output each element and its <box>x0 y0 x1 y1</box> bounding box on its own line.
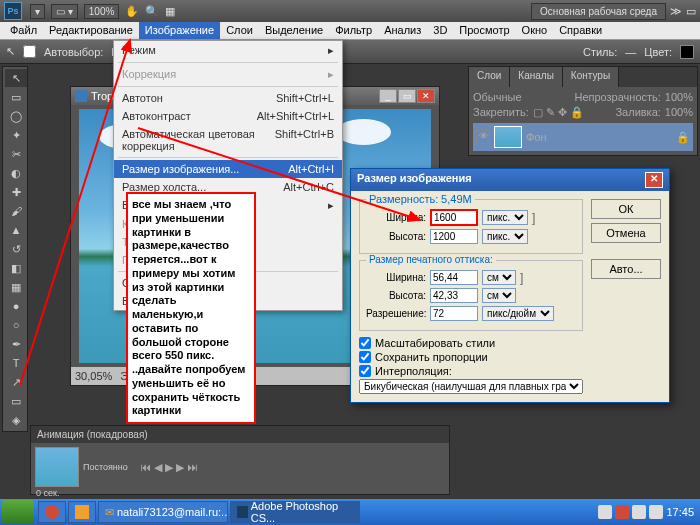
frame-time[interactable]: 0 сек. <box>36 488 59 498</box>
dialog-titlebar[interactable]: Размер изображения ✕ <box>351 169 669 191</box>
constrain-link-icon[interactable]: ] <box>532 211 546 225</box>
opacity-value[interactable]: 100% <box>665 91 693 103</box>
first-frame-icon[interactable]: ⏮ <box>140 461 151 474</box>
workspace-selector[interactable]: Основная рабочая среда <box>531 3 666 20</box>
3d-tool[interactable]: ◈ <box>5 411 27 429</box>
move-tool[interactable]: ↖ <box>5 69 27 87</box>
tray-icon[interactable] <box>632 505 646 519</box>
tab-channels[interactable]: Каналы <box>510 67 563 87</box>
print-height-unit[interactable]: см <box>482 288 516 303</box>
eraser-tool[interactable]: ◧ <box>5 259 27 277</box>
lock-icons[interactable]: ▢ ✎ ✥ 🔒 <box>533 106 584 119</box>
layer-name[interactable]: Фон <box>526 131 547 143</box>
loop-selector[interactable]: Постоянно <box>83 462 128 472</box>
eyedropper-tool[interactable]: ◐ <box>5 164 27 182</box>
blur-tool[interactable]: ● <box>5 297 27 315</box>
menu-filter[interactable]: Фильтр <box>329 22 378 39</box>
minimize-icon[interactable]: ▭ <box>686 5 696 18</box>
anim-frame[interactable]: 0 сек. <box>35 447 79 487</box>
layer-row[interactable]: 👁 Фон 🔒 <box>473 123 693 151</box>
visibility-icon[interactable]: 👁 <box>476 130 490 144</box>
wand-tool[interactable]: ✦ <box>5 126 27 144</box>
dodge-tool[interactable]: ○ <box>5 316 27 334</box>
marquee-tool[interactable]: ▭ <box>5 88 27 106</box>
scale-styles-check[interactable] <box>359 337 371 349</box>
menu-image[interactable]: Изображение <box>139 22 220 39</box>
auto-select-check[interactable] <box>23 45 36 58</box>
hand-icon[interactable]: ✋ <box>125 5 139 18</box>
menu-file[interactable]: Файл <box>4 22 43 39</box>
resolution-unit[interactable]: пикс/дюйм <box>482 306 554 321</box>
crop-tool[interactable]: ✂ <box>5 145 27 163</box>
launch-menu[interactable]: ▾ <box>30 4 45 19</box>
play-icon[interactable]: ▶ <box>165 461 173 474</box>
task-item[interactable]: ✉natali73123@mail.ru:... <box>98 501 228 523</box>
doc-max-icon[interactable]: ▭ <box>398 89 416 103</box>
menu-select[interactable]: Выделение <box>259 22 329 39</box>
lasso-tool[interactable]: ◯ <box>5 107 27 125</box>
doc-min-icon[interactable]: _ <box>379 89 397 103</box>
tray-icon[interactable] <box>649 505 663 519</box>
start-button[interactable] <box>2 500 34 524</box>
width-input[interactable] <box>430 209 478 226</box>
resample-method[interactable]: Бикубическая (наилучшая для плавных град… <box>359 379 583 394</box>
zoom-icon[interactable]: 🔍 <box>145 5 159 18</box>
last-frame-icon[interactable]: ⏭ <box>187 461 198 474</box>
history-brush-tool[interactable]: ↺ <box>5 240 27 258</box>
menu-layers[interactable]: Слои <box>220 22 259 39</box>
brush-tool[interactable]: 🖌 <box>5 202 27 220</box>
menu-view[interactable]: Просмотр <box>453 22 515 39</box>
print-width-unit[interactable]: см <box>482 270 516 285</box>
tray-icon[interactable] <box>598 505 612 519</box>
tray-icon[interactable] <box>615 505 629 519</box>
arrange-icon[interactable]: ▦ <box>165 5 175 18</box>
blend-mode-select[interactable]: Обычные <box>473 91 522 103</box>
pen-tool[interactable]: ✒ <box>5 335 27 353</box>
resolution-input[interactable] <box>430 306 478 321</box>
collapse-icon[interactable]: ≫ <box>670 5 682 18</box>
menu-help[interactable]: Справки <box>553 22 608 39</box>
constrain-check[interactable] <box>359 351 371 363</box>
resample-check[interactable] <box>359 365 371 377</box>
fill-value[interactable]: 100% <box>665 106 693 119</box>
move-tool-icon[interactable]: ↖ <box>6 45 15 58</box>
dd-autocolor[interactable]: Автоматическая цветовая коррекцияShift+C… <box>114 125 342 155</box>
clock[interactable]: 17:45 <box>666 506 694 518</box>
cancel-button[interactable]: Отмена <box>591 223 661 243</box>
task-item[interactable] <box>68 501 96 523</box>
height-unit[interactable]: пикс. <box>482 229 528 244</box>
dd-autocontrast[interactable]: АвтоконтрастAlt+Shift+Ctrl+L <box>114 107 342 125</box>
shape-tool[interactable]: ▭ <box>5 392 27 410</box>
task-item-photoshop[interactable]: Adobe Photoshop CS... <box>230 501 360 523</box>
path-tool[interactable]: ↗ <box>5 373 27 391</box>
menu-analysis[interactable]: Анализ <box>378 22 427 39</box>
tab-layers[interactable]: Слои <box>469 67 510 87</box>
tab-paths[interactable]: Контуры <box>563 67 619 87</box>
width-unit[interactable]: пикс. <box>482 210 528 225</box>
stamp-tool[interactable]: ▲ <box>5 221 27 239</box>
gradient-tool[interactable]: ▦ <box>5 278 27 296</box>
doc-close-icon[interactable]: ✕ <box>417 89 435 103</box>
print-link-icon[interactable]: ] <box>520 271 534 285</box>
menu-3d[interactable]: 3D <box>427 22 453 39</box>
zoom-level[interactable]: 100% <box>84 4 120 19</box>
next-frame-icon[interactable]: ▶ <box>176 461 184 474</box>
dd-image-size[interactable]: Размер изображения...Alt+Ctrl+I <box>114 160 342 178</box>
dd-adjustments[interactable]: Коррекция▸ <box>114 65 342 84</box>
dialog-close-icon[interactable]: ✕ <box>645 172 663 188</box>
healing-tool[interactable]: ✚ <box>5 183 27 201</box>
prev-frame-icon[interactable]: ◀ <box>154 461 162 474</box>
layer-thumbnail[interactable] <box>494 126 522 148</box>
ok-button[interactable]: ОК <box>591 199 661 219</box>
color-swatch[interactable] <box>680 45 694 59</box>
dd-mode[interactable]: Режим▸ <box>114 41 342 60</box>
menu-edit[interactable]: Редактирование <box>43 22 139 39</box>
task-item[interactable] <box>38 501 66 523</box>
menu-window[interactable]: Окно <box>516 22 554 39</box>
screen-mode[interactable]: ▭ ▾ <box>51 4 78 19</box>
doc-zoom[interactable]: 30,05% <box>75 370 112 382</box>
print-width-input[interactable] <box>430 270 478 285</box>
auto-button[interactable]: Авто... <box>591 259 661 279</box>
print-height-input[interactable] <box>430 288 478 303</box>
height-input[interactable] <box>430 229 478 244</box>
